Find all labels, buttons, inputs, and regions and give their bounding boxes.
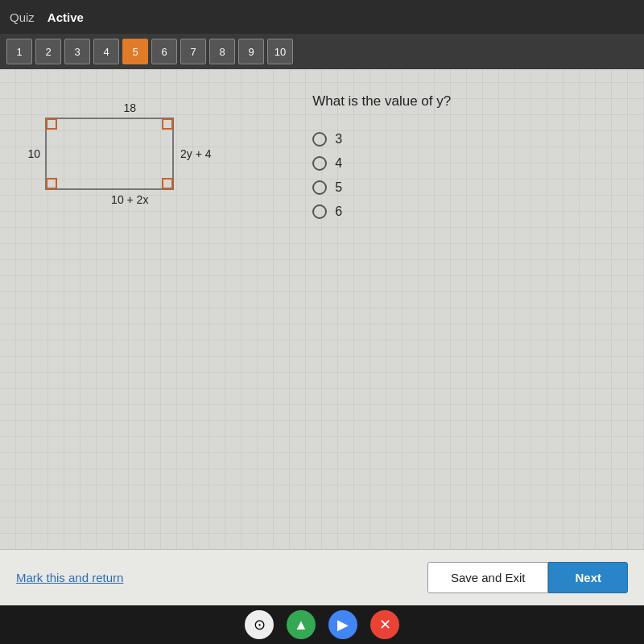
- radio-3[interactable]: [312, 132, 327, 147]
- dimension-right: 2y + 4: [180, 147, 212, 160]
- question-number-7[interactable]: 7: [180, 39, 206, 64]
- option-label-5: 5: [335, 180, 342, 195]
- radio-6[interactable]: [312, 204, 327, 219]
- question-number-5[interactable]: 5: [122, 39, 148, 64]
- question-number-8[interactable]: 8: [209, 39, 235, 64]
- quiz-label: Quiz: [10, 10, 35, 24]
- diagram-wrapper: 18 10 2y + 4 10 + 2x: [24, 101, 212, 206]
- option-item-4[interactable]: 4: [312, 156, 620, 171]
- taskbar-icon-green[interactable]: ▲: [287, 610, 316, 639]
- option-item-5[interactable]: 5: [312, 180, 620, 195]
- quiz-content: 18 10 2y + 4 10 + 2x What is the value o…: [0, 69, 644, 549]
- question-text: What is the value of y?: [312, 93, 620, 109]
- options-list: 3 4 5 6: [312, 132, 620, 219]
- question-number-9[interactable]: 9: [238, 39, 264, 64]
- radio-4[interactable]: [312, 156, 327, 171]
- taskbar-icon-red[interactable]: ✕: [370, 610, 399, 639]
- save-exit-button[interactable]: Save and Exit: [427, 562, 549, 593]
- option-item-6[interactable]: 6: [312, 204, 620, 219]
- question-number-6[interactable]: 6: [151, 39, 177, 64]
- bottom-bar: Mark this and return Save and Exit Next: [0, 549, 644, 605]
- corner-top-left: [46, 118, 57, 130]
- taskbar-icon-blue[interactable]: ▶: [328, 610, 357, 639]
- question-number-2[interactable]: 2: [35, 39, 61, 64]
- question-number-3[interactable]: 3: [64, 39, 90, 64]
- question-number-4[interactable]: 4: [93, 39, 119, 64]
- mark-return-link[interactable]: Mark this and return: [16, 571, 123, 584]
- option-label-3: 3: [335, 132, 342, 147]
- diagram-row: 10 2y + 4: [24, 118, 212, 190]
- dimension-bottom: 10 + 2x: [48, 193, 212, 206]
- bottom-right-buttons: Save and Exit Next: [427, 562, 628, 593]
- question-number-1[interactable]: 1: [6, 39, 32, 64]
- corner-bottom-left: [46, 178, 57, 189]
- taskbar-icon-google[interactable]: ⊙: [245, 610, 274, 639]
- radio-5[interactable]: [312, 180, 327, 195]
- option-label-6: 6: [335, 204, 342, 219]
- next-button[interactable]: Next: [548, 562, 628, 593]
- rectangle-diagram: [45, 118, 174, 190]
- option-label-4: 4: [335, 156, 342, 171]
- corner-bottom-right: [162, 178, 173, 189]
- active-label: Active: [47, 10, 84, 24]
- diagram-section: 18 10 2y + 4 10 + 2x: [24, 85, 280, 533]
- question-number-10[interactable]: 10: [267, 39, 293, 64]
- dimension-left: 10: [24, 147, 40, 160]
- dimension-top: 18: [48, 101, 212, 114]
- top-bar: Quiz Active: [0, 0, 644, 34]
- corner-top-right: [162, 118, 173, 130]
- option-item-3[interactable]: 3: [312, 132, 620, 147]
- question-number-bar: 12345678910: [0, 34, 644, 69]
- question-section: What is the value of y? 3 4 5 6: [312, 85, 620, 533]
- taskbar: ⊙ ▲ ▶ ✕: [0, 605, 644, 644]
